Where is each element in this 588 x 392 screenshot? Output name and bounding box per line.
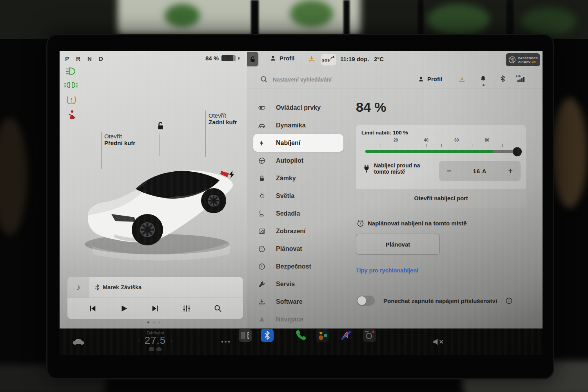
seatbelt-warning-icon <box>68 110 76 120</box>
media-source-name: Marek Záviška <box>103 284 142 290</box>
sidebar-item-dynamika[interactable]: Dynamika <box>253 116 343 134</box>
temp-increase-arrow[interactable]: › <box>171 337 172 343</box>
limit-slider-knob[interactable] <box>513 147 522 156</box>
charge-current-label-line2: tomto místě <box>374 169 420 175</box>
car-image <box>77 148 245 262</box>
defrost-icon[interactable] <box>156 347 162 351</box>
charge-current-stepper: − 16 A + <box>439 161 521 181</box>
steering-wheel-icon <box>258 157 266 165</box>
sidebar-item-servis[interactable]: Servis <box>253 275 343 293</box>
sidebar-item-bezpecnost[interactable]: Bezpečnost <box>253 258 343 275</box>
car-icon <box>258 122 266 129</box>
previous-track-button[interactable] <box>88 304 97 313</box>
slider-tick-label: 80 <box>485 138 489 142</box>
decrease-current-button[interactable]: − <box>447 167 452 176</box>
sidebar-item-svetla[interactable]: Světla <box>253 187 343 205</box>
rear-trunk-button[interactable]: Otevřít Zadní kufr <box>209 112 237 125</box>
sidebar-item-ovladaci-prvky[interactable]: Ovládací prvky <box>253 99 343 116</box>
position-lamps-icon <box>64 82 78 89</box>
media-search-button[interactable] <box>214 304 222 313</box>
vehicle-unlocked-tab[interactable] <box>247 52 258 66</box>
calendar-app-icon[interactable] <box>238 328 252 342</box>
slider-minor-tick <box>472 144 472 147</box>
display-icon <box>258 227 266 235</box>
slider-tick-label: 60 <box>454 138 459 142</box>
charge-limit-card: Limit nabití: 100 % 20406080 Nabíjecí pr… <box>356 125 526 208</box>
arcade-app-icon[interactable] <box>315 328 329 342</box>
slider-tick-label: 20 <box>394 138 398 142</box>
notifications-bell-icon[interactable] <box>480 75 486 83</box>
sidebar-item-zobrazeni[interactable]: Zobrazení <box>253 222 343 240</box>
climate-temperature-control[interactable]: Zahřívání ‹ 27.5 › <box>132 328 178 355</box>
sidebar-item-sedadla[interactable]: Sedadla <box>253 205 343 222</box>
app-launcher-button[interactable]: ••• <box>216 328 236 355</box>
bolt-icon <box>258 139 266 147</box>
temp-decrease-arrow[interactable]: ‹ <box>138 337 140 343</box>
search-profile[interactable]: Profil <box>418 76 442 82</box>
car-controls-button[interactable] <box>71 328 86 355</box>
sidebar-item-navigace[interactable]: Navigace <box>253 310 343 328</box>
clock-bolt-icon <box>258 245 266 253</box>
bluetooth-app-icon[interactable] <box>260 328 274 342</box>
backdrop-plant <box>165 4 200 27</box>
backdrop-mullion <box>251 0 259 39</box>
charge-current-value: 16 A <box>473 168 486 174</box>
info-icon[interactable] <box>506 298 512 304</box>
camera-app-icon[interactable] <box>362 328 376 342</box>
equalizer-button[interactable] <box>182 304 191 313</box>
search-input[interactable]: Nastavení vyhledávání <box>273 76 332 83</box>
play-button[interactable] <box>120 304 128 313</box>
slider-minor-tick <box>502 144 503 147</box>
backdrop-wood-right <box>552 98 587 208</box>
sidebar-item-nabijeni[interactable]: Nabíjení <box>253 134 343 152</box>
slider-minor-tick <box>411 144 411 147</box>
schedule-button[interactable]: Plánovat <box>356 234 440 255</box>
fast-charge-tips-link[interactable]: Tipy pro rychlonabíjení <box>356 267 418 274</box>
backdrop-wood-left <box>0 118 27 235</box>
seat-heater-icon[interactable] <box>149 347 154 351</box>
car-status-panel: P R N D 84 % Otevřít Přední kufr <box>60 51 247 328</box>
rear-trunk-action-label: Otevřít <box>209 112 237 119</box>
downloads-icon[interactable] <box>459 76 465 83</box>
media-page-dots[interactable] <box>147 321 160 323</box>
unlock-icon[interactable] <box>154 121 165 131</box>
search-icon[interactable] <box>260 76 268 83</box>
mute-icon[interactable] <box>430 328 448 355</box>
sidebar-item-label: Ovládací prvky <box>276 104 321 111</box>
backdrop-plant <box>521 8 576 35</box>
interior-temp-value[interactable]: 27.5 <box>145 335 166 345</box>
sidebar-item-zamky[interactable]: Zámky <box>253 169 343 187</box>
sidebar-item-label: Sedadla <box>276 210 300 217</box>
sos-badge[interactable]: sos <box>321 54 336 65</box>
sidebar-item-autopilot[interactable]: Autopilot <box>253 152 343 169</box>
bluetooth-icon[interactable] <box>500 75 505 83</box>
accessory-power-toggle[interactable] <box>357 296 375 306</box>
profile-status[interactable]: Profil <box>270 55 294 62</box>
sidebar-item-label: Software <box>276 298 303 305</box>
battery-status: 84 % <box>205 55 240 62</box>
sidebar-item-software[interactable]: Software <box>253 293 343 310</box>
phone-app-icon[interactable] <box>293 328 307 342</box>
navigation-icon <box>258 316 266 323</box>
passenger-airbag-badge: PASSENGER AIRBAG ON <box>506 53 540 66</box>
sidebar-item-planovat[interactable]: Plánovat <box>253 240 343 258</box>
outside-temp: 2°C <box>374 56 384 62</box>
sidebar-item-label: Světla <box>276 192 294 200</box>
toggle-knob <box>358 296 366 305</box>
increase-current-button[interactable]: + <box>508 167 513 176</box>
navigation-app-icon[interactable] <box>339 328 353 342</box>
search-row: Nastavení vyhledávání Profil LTE <box>247 71 543 89</box>
lock-icon <box>258 174 266 182</box>
media-source-row[interactable]: ♪ Marek Záviška <box>67 277 243 298</box>
sidebar-menu: Ovládací prvkyDynamikaNabíjeníAutopilotZ… <box>253 99 343 328</box>
limit-slider[interactable] <box>365 150 517 153</box>
next-track-button[interactable] <box>151 304 160 313</box>
sos-arrow-icon <box>330 56 335 60</box>
tire-pressure-warning-icon <box>66 95 76 105</box>
slider-tick-label: 40 <box>424 138 428 142</box>
open-charge-port-button[interactable]: Otevřít nabíjecí port <box>356 189 526 208</box>
front-trunk-button[interactable]: Otevřít Přední kufr <box>104 133 135 146</box>
update-download-icon[interactable] <box>308 55 315 63</box>
charge-current-label-line1: Nabíjecí proud na <box>374 162 420 169</box>
clock: 11:19 dop. <box>340 56 369 62</box>
